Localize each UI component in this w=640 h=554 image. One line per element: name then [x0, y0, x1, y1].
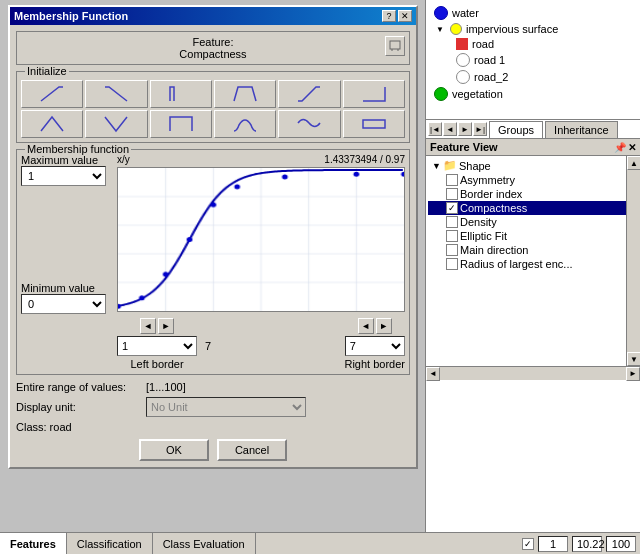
scroll-down-btn[interactable]: ▼ [627, 352, 640, 366]
svg-line-3 [363, 117, 385, 131]
legend-vegetation-label: vegetation [452, 88, 503, 100]
legend-impervious-label: impervious surface [466, 23, 558, 35]
init-buttons-grid [21, 80, 405, 138]
taskbar-value3: 100 [606, 536, 636, 552]
checkbox-elliptic-fit[interactable] [446, 230, 458, 242]
feature-view-header: Feature View 📌 ✕ [426, 139, 640, 156]
legend-item-road2: road_2 [434, 70, 632, 84]
taskbar-classification-label: Classification [77, 538, 142, 550]
xy-label: x/y [117, 154, 130, 165]
tree-item-border-index[interactable]: Border index [428, 187, 638, 201]
tab-inheritance[interactable]: Inheritance [545, 121, 617, 138]
init-rect-btn[interactable] [150, 110, 212, 138]
checkbox-compactness[interactable]: ✓ [446, 202, 458, 214]
h-scroll-right[interactable]: ► [626, 367, 640, 381]
right-border-section: ◄ ► 7 Right border [344, 318, 405, 370]
right-panel: water ▼ impervious surface road road 1 r… [425, 0, 640, 554]
mf-row: Maximum value 1 Minimum value 0 x/ [21, 154, 405, 314]
chart-header: x/y 1.43373494 / 0.97 [117, 154, 405, 165]
legend-item-water: water [434, 6, 632, 20]
feature-tree-scrollbar[interactable]: ▲ ▼ [626, 156, 640, 366]
scroll-track[interactable] [627, 170, 640, 352]
init-ramp-down-btn[interactable] [85, 80, 147, 108]
nav-arrow-next[interactable]: ► [458, 122, 472, 136]
tree-item-radius[interactable]: Radius of largest enc... [428, 257, 638, 271]
checkbox-asymmetry[interactable] [446, 174, 458, 186]
road1-legend-icon [456, 53, 470, 67]
checkbox-border-index[interactable] [446, 188, 458, 200]
checkbox-main-direction[interactable] [446, 244, 458, 256]
min-value-label: Minimum value [21, 282, 95, 294]
checkbox-radius[interactable] [446, 258, 458, 270]
max-value-label: Maximum value [21, 154, 98, 166]
nav-arrow-first[interactable]: |◄ [428, 122, 442, 136]
feature-view-pin[interactable]: 📌 [614, 142, 626, 153]
init-inv-triangle-btn[interactable] [85, 110, 147, 138]
taskbar-class-eval-label: Class Evaluation [163, 538, 245, 550]
init-ramp-up-btn[interactable] [21, 80, 83, 108]
folder-icon-shape: 📁 [443, 159, 457, 172]
init-triangle-btn[interactable] [21, 110, 83, 138]
taskbar-checkbox[interactable]: ✓ [522, 538, 534, 550]
init-step-btn[interactable] [150, 80, 212, 108]
close-button[interactable]: ✕ [398, 10, 412, 22]
ok-button[interactable]: OK [139, 439, 209, 461]
nav-arrow-prev[interactable]: ◄ [443, 122, 457, 136]
taskbar-tab-classification[interactable]: Classification [67, 533, 153, 554]
max-value-select[interactable]: 1 [21, 166, 106, 186]
mf-left-panel: Maximum value 1 Minimum value 0 [21, 154, 111, 314]
left-border-label: Left border [130, 358, 183, 370]
taskbar-tabs: Features Classification Class Evaluation [0, 533, 256, 554]
tree-item-asymmetry[interactable]: Asymmetry [428, 173, 638, 187]
legend-item-road: road [434, 38, 632, 50]
membership-chart[interactable] [117, 167, 405, 312]
tree-item-main-direction[interactable]: Main direction [428, 243, 638, 257]
legend-area: water ▼ impervious surface road road 1 r… [426, 0, 640, 120]
taskbar-tab-class-evaluation[interactable]: Class Evaluation [153, 533, 256, 554]
tree-item-density[interactable]: Density [428, 215, 638, 229]
tree-item-compactness[interactable]: ✓ Compactness [428, 201, 638, 215]
left-border-right-arrow[interactable]: ► [158, 318, 174, 334]
membership-function-section: Membership function Maximum value 1 Mini… [16, 149, 410, 375]
feature-view-close[interactable]: ✕ [628, 142, 636, 153]
feature-section: Feature: Compactness [16, 31, 410, 65]
display-unit-row: Display unit: No Unit [16, 397, 410, 417]
taskbar-end: ✓ 1 10.22 100 [518, 536, 640, 552]
tree-label-radius: Radius of largest enc... [460, 258, 573, 270]
legend-item-road1: road 1 [434, 53, 632, 67]
chart-area: x/y 1.43373494 / 0.97 [117, 154, 405, 314]
taskbar-tab-features[interactable]: Features [0, 533, 67, 554]
init-hump-btn[interactable] [278, 110, 340, 138]
dialog-buttons: OK Cancel [16, 439, 410, 461]
init-trapezoid-btn[interactable] [214, 80, 276, 108]
display-unit-select[interactable]: No Unit [146, 397, 306, 417]
legend-road2-label: road_2 [474, 71, 508, 83]
init-sigmoid-btn[interactable] [278, 80, 340, 108]
feature-label: Feature: [21, 36, 405, 48]
left-border-select[interactable]: 1 [117, 336, 197, 356]
initialize-group: Initialize [16, 71, 410, 143]
feature-icon-button[interactable] [385, 36, 405, 56]
init-flat-btn[interactable] [343, 110, 405, 138]
tree-item-elliptic-fit[interactable]: Elliptic Fit [428, 229, 638, 243]
tabs-row: |◄ ◄ ► ►| Groups Inheritance [426, 120, 640, 139]
help-button[interactable]: ? [382, 10, 396, 22]
cancel-button[interactable]: Cancel [217, 439, 287, 461]
min-value-select[interactable]: 0 [21, 294, 106, 314]
h-scroll-left[interactable]: ◄ [426, 367, 440, 381]
xy-value: 1.43373494 / 0.97 [324, 154, 405, 165]
impervious-expand-icon[interactable]: ▼ [434, 23, 446, 35]
entire-range-label: Entire range of values: [16, 381, 146, 393]
tab-groups[interactable]: Groups [489, 121, 543, 138]
right-border-right-arrow[interactable]: ► [376, 318, 392, 334]
checkbox-density[interactable] [446, 216, 458, 228]
left-border-left-arrow[interactable]: ◄ [140, 318, 156, 334]
right-border-select[interactable]: 7 [345, 336, 405, 356]
init-corner-btn[interactable] [343, 80, 405, 108]
scroll-up-btn[interactable]: ▲ [627, 156, 640, 170]
tree-label-elliptic-fit: Elliptic Fit [460, 230, 507, 242]
nav-arrow-last[interactable]: ►| [473, 122, 487, 136]
init-bell-btn[interactable] [214, 110, 276, 138]
right-border-left-arrow[interactable]: ◄ [358, 318, 374, 334]
tree-item-shape[interactable]: ▼ 📁 Shape [428, 158, 638, 173]
